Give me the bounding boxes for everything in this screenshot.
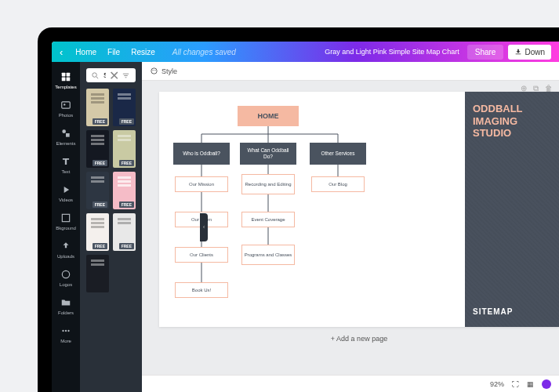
node-home[interactable]: HOME [238,106,299,126]
grid-view-icon[interactable]: ▦ [527,380,534,388]
svg-rect-8 [62,214,69,221]
brand-title-line: STUDIO [473,127,551,140]
svg-point-10 [62,330,64,332]
node-leaf[interactable]: Our Blog [311,176,365,192]
rail-logos[interactable]: Logos [52,264,80,291]
back-icon[interactable]: ‹ [60,46,63,58]
rail-videos[interactable]: Videos [52,180,80,206]
svg-point-12 [67,330,69,332]
uploads-icon [60,240,72,252]
node-category[interactable]: What Can Oddball Do? [240,143,296,165]
svg-rect-1 [67,73,71,77]
template-thumb[interactable]: FREE [113,89,136,126]
template-thumb[interactable]: FREE [86,89,109,126]
style-button[interactable]: Style [162,67,177,75]
videos-icon [60,183,72,196]
resize-menu[interactable]: Resize [131,48,155,56]
sitemap-chart: HOME Who is Oddball? What Can Oddball Do… [159,92,465,327]
node-leaf[interactable]: Our Clients [175,247,228,263]
zoom-level[interactable]: 92% [490,380,504,388]
svg-rect-3 [67,78,71,82]
collapse-panel-button[interactable]: ‹ [200,213,208,241]
svg-line-14 [96,76,98,78]
download-button[interactable]: Down [508,45,551,60]
svg-point-5 [64,103,65,105]
templates-panel: ✕ FREE FREE FREE FREE FREE FREE FREE FRE… [80,62,142,392]
node-category[interactable]: Who is Oddball? [173,143,230,165]
template-thumb[interactable] [86,255,109,292]
brand-footer: SITEMAP [473,307,551,316]
rail-uploads[interactable]: Uploads [52,236,80,263]
node-leaf[interactable]: Our Mission [175,176,228,192]
fullscreen-icon[interactable]: ⛶ [512,380,519,388]
svg-point-18 [151,68,157,74]
more-icon [60,325,72,337]
add-new-page-button[interactable]: + Add a new page [159,335,559,343]
brand-title-line: ODDBALL [473,103,551,115]
rail-more[interactable]: More [52,321,80,347]
context-toolbar: Style [142,62,559,81]
template-thumb[interactable]: FREE [86,213,109,251]
svg-rect-7 [66,133,70,137]
bottom-bar: 92% ⛶ ▦ [142,375,559,392]
rail-text[interactable]: Text [52,151,80,178]
style-icon [150,67,158,75]
photos-icon [60,99,72,111]
design-page[interactable]: HOME Who is Oddball? What Can Oddball Do… [159,92,559,327]
node-leaf[interactable]: Book Us! [175,282,228,298]
template-thumb[interactable]: FREE [86,130,109,168]
help-button[interactable] [542,379,551,389]
rail-background[interactable]: Bkground [52,208,80,234]
svg-point-13 [93,72,97,77]
search-icon [91,71,100,80]
clear-search-icon[interactable]: ✕ [109,71,118,80]
template-thumb[interactable]: FREE [86,172,109,209]
template-thumb[interactable]: FREE [113,172,136,209]
svg-rect-4 [62,102,71,108]
download-label: Down [525,48,545,56]
node-leaf[interactable]: Event Coverage [241,212,295,227]
svg-rect-0 [62,73,66,77]
brand-panel[interactable]: ODDBALL IMAGING STUDIO SITEMAP [465,92,559,327]
node-leaf[interactable]: Programs and Classes [241,245,295,265]
home-link[interactable]: Home [75,48,96,56]
template-thumb[interactable]: FREE [113,213,136,251]
svg-point-20 [154,70,155,71]
rail-elements[interactable]: Elements [52,123,80,150]
node-category[interactable]: Other Services [310,143,366,165]
folders-icon [60,296,72,309]
save-status: All changes saved [172,48,236,56]
templates-icon [60,71,72,83]
svg-point-11 [65,330,67,332]
filter-icon[interactable] [122,71,131,80]
node-leaf[interactable]: Recording and Editing [241,174,295,194]
download-icon [514,48,522,56]
rail-photos[interactable]: Photos [52,95,80,122]
rail-templates[interactable]: Templates [52,67,80,93]
top-toolbar: ‹ Home File Resize All changes saved Gra… [52,42,559,62]
svg-point-19 [152,70,153,71]
background-icon [60,212,72,224]
sidebar-rail: Templates Photos Elements Text Videos Bk… [52,62,80,392]
svg-point-9 [62,270,69,278]
template-thumb[interactable]: FREE [113,130,136,168]
svg-rect-2 [62,78,66,82]
file-menu[interactable]: File [107,48,120,56]
logos-icon [60,268,72,281]
document-name[interactable]: Gray and Light Pink Simple Site Map Char… [325,48,459,56]
share-button[interactable]: Share [467,45,504,60]
brand-title-line: IMAGING [473,115,551,128]
rail-folders[interactable]: Folders [52,292,80,319]
search-field[interactable]: ✕ [86,68,136,82]
text-icon [60,155,72,168]
svg-point-6 [62,129,66,133]
search-input[interactable] [103,71,106,79]
elements-icon [60,127,72,140]
